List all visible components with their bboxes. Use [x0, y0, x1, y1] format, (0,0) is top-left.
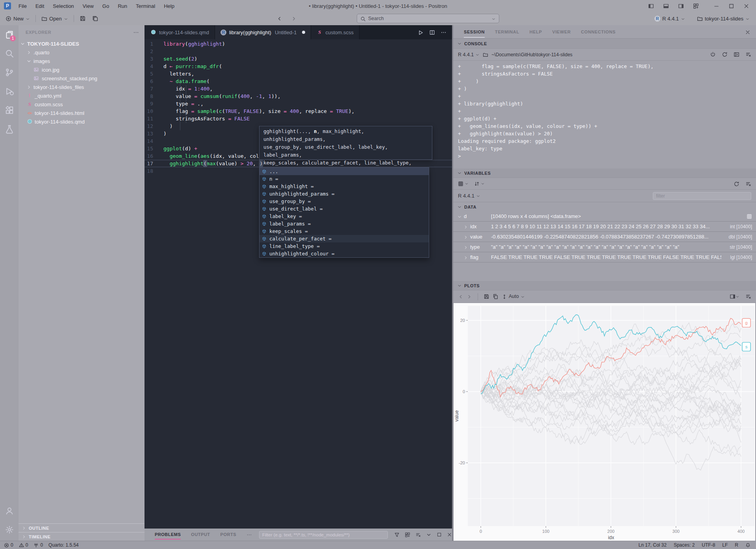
panel-right-icon[interactable]	[674, 1, 687, 11]
autocomplete-item[interactable]: n =	[259, 175, 429, 183]
collapse-all-icon[interactable]	[415, 532, 421, 537]
autocomplete-item[interactable]: calculate_per_facet =	[259, 235, 429, 242]
activity-settings-gear-icon[interactable]	[0, 520, 19, 539]
activity-account-icon[interactable]	[0, 501, 19, 520]
autocomplete-item[interactable]: max_highlight =	[259, 183, 429, 190]
save-button[interactable]	[76, 14, 89, 23]
variables-runtime-selector[interactable]: R 4.4.1	[458, 193, 480, 199]
menu-run[interactable]: Run	[114, 2, 131, 10]
session-tab-session[interactable]: SESSION	[464, 26, 485, 38]
status-error[interactable]: 0	[4, 542, 13, 548]
customize-layout-icon[interactable]	[689, 1, 702, 11]
data-section-header[interactable]: DATA	[453, 202, 756, 211]
search-input[interactable]: Search	[357, 14, 499, 23]
tree-root[interactable]: TOKYOR-114-SLIDES	[19, 39, 145, 48]
sidebar-section-outline[interactable]: OUTLINE	[19, 523, 145, 532]
tree-item[interactable]: tokyor-114-slides.qmd	[19, 117, 145, 126]
maximize-panel-icon[interactable]	[437, 532, 442, 537]
group-by-icon[interactable]	[458, 181, 469, 187]
status-bell-icon[interactable]	[745, 543, 750, 548]
panel-left-icon[interactable]	[644, 1, 658, 11]
activity-search-icon[interactable]	[0, 44, 19, 63]
panel-tab-output[interactable]: OUTPUT	[191, 530, 210, 540]
panel-tab-ports[interactable]: PORTS	[220, 530, 236, 540]
variables-section-header[interactable]: VARIABLES	[453, 168, 756, 178]
console-output[interactable]: + flag = sample(c(TRUE, FALSE), size = 4…	[453, 61, 756, 163]
tree-item[interactable]: tokyor-114-slides_files	[19, 83, 145, 91]
variable-row[interactable]: d [10400 rows x 4 columns] <data.frame>	[453, 211, 756, 222]
menu-view[interactable]: View	[79, 2, 97, 10]
minimize-icon[interactable]	[710, 1, 723, 11]
view-mode-icon[interactable]	[405, 532, 410, 537]
autocomplete-item[interactable]: use_group_by =	[259, 198, 429, 205]
save-plot-icon[interactable]	[484, 294, 489, 299]
status-r[interactable]: R	[735, 542, 738, 548]
navigate-back-button[interactable]	[276, 15, 282, 22]
code-editor[interactable]: 1library(gghighlight)23set.seed(2)4d ← p…	[145, 39, 452, 529]
activity-source-control-icon[interactable]	[0, 63, 19, 82]
plot-layout-icon[interactable]	[730, 294, 739, 299]
tree-item[interactable]: Scustom.scss	[19, 100, 145, 109]
filter-icon[interactable]	[394, 532, 400, 537]
sort-icon[interactable]	[474, 181, 485, 187]
problems-filter-input[interactable]: Filter (e.g. text, **/*.ts, !**/node_mod…	[259, 531, 388, 539]
new-button[interactable]: New	[2, 14, 33, 23]
autocomplete-item[interactable]: ...	[259, 168, 429, 175]
clear-variables-icon[interactable]	[745, 180, 751, 187]
chevron-down-icon[interactable]	[426, 532, 432, 537]
activity-run-debug-icon[interactable]	[0, 82, 19, 101]
variable-row[interactable]: type "a" "a" "a" "a" "a" "a" "a" "a" "a"…	[453, 242, 756, 252]
sidebar-section-timeline[interactable]: TIMELINE	[19, 532, 145, 541]
close-panel-icon[interactable]	[745, 29, 750, 35]
autocomplete-item[interactable]: line_label_type =	[259, 242, 429, 250]
split-editor-icon[interactable]	[429, 29, 435, 36]
panel-tab-problems[interactable]: PROBLEMS	[155, 530, 181, 540]
menu-help[interactable]: Help	[160, 2, 178, 10]
editor-tab[interactable]: Scustom.scss	[311, 25, 360, 39]
clear-plots-icon[interactable]	[745, 294, 751, 299]
tree-item[interactable]: icon.jpg	[19, 65, 145, 74]
previous-plot-icon[interactable]	[458, 294, 463, 299]
activity-extensions-icon[interactable]	[0, 101, 19, 120]
status-utf-8[interactable]: UTF-8	[702, 542, 715, 548]
activity-testing-icon[interactable]	[0, 120, 19, 139]
restart-console-icon[interactable]	[722, 52, 728, 57]
variables-filter-input[interactable]: filter	[653, 192, 751, 200]
panel-more-tabs-icon[interactable]	[246, 530, 252, 540]
open-button[interactable]: Open	[38, 14, 71, 23]
close-icon[interactable]	[739, 1, 753, 11]
autocomplete-item[interactable]: keep_scales =	[259, 227, 429, 235]
editor-tab[interactable]: tokyor-114-slides.qmd	[145, 25, 215, 39]
autocomplete-item[interactable]: unhighlighted_colour =	[259, 250, 429, 257]
refresh-variables-icon[interactable]	[734, 180, 739, 187]
status-warn[interactable]: 0	[19, 542, 28, 548]
status-spaces-2[interactable]: Spaces: 2	[674, 542, 695, 548]
panel-bottom-icon[interactable]	[659, 1, 673, 11]
save-all-button[interactable]	[89, 14, 102, 23]
plots-section-header[interactable]: PLOTS	[453, 281, 756, 290]
session-tab-help[interactable]: HELP	[530, 30, 542, 34]
run-file-icon[interactable]	[417, 29, 424, 36]
console-runtime-selector[interactable]: R 4.4.1	[458, 52, 480, 57]
status-antenna[interactable]: 0	[33, 542, 43, 548]
tree-item[interactable]: screenshot_stacked.png	[19, 74, 145, 83]
menu-go[interactable]: Go	[99, 2, 113, 10]
copy-plot-icon[interactable]	[493, 294, 498, 299]
more-actions-icon[interactable]	[441, 29, 447, 36]
tree-item[interactable]: images	[19, 57, 145, 65]
autocomplete-item[interactable]: label_params =	[259, 220, 429, 227]
plot-size-selector[interactable]: Auto	[502, 294, 525, 299]
session-tab-viewer[interactable]: VIEWER	[552, 30, 571, 34]
tree-item[interactable]: !_quarto.yml	[19, 91, 145, 100]
variable-row[interactable]: value -0.6302354801446199 -0.22548740822…	[453, 232, 756, 242]
menu-selection[interactable]: Selection	[49, 2, 77, 10]
tree-item[interactable]: .quarto	[19, 48, 145, 57]
menu-edit[interactable]: Edit	[32, 2, 48, 10]
variable-row[interactable]: flag FALSE TRUE TRUE TRUE FALSE TRUE TRU…	[453, 252, 756, 262]
session-tab-terminal[interactable]: TERMINAL	[495, 30, 519, 34]
session-tab-connections[interactable]: CONNECTIONS	[581, 30, 616, 34]
editor-tab[interactable]: Rlibrary(gghighlight)Untitled-1	[215, 25, 311, 39]
interpreter-selector[interactable]: R R 4.4.1	[651, 14, 688, 23]
menu-terminal[interactable]: Terminal	[132, 2, 159, 10]
maximize-icon[interactable]	[724, 1, 738, 11]
